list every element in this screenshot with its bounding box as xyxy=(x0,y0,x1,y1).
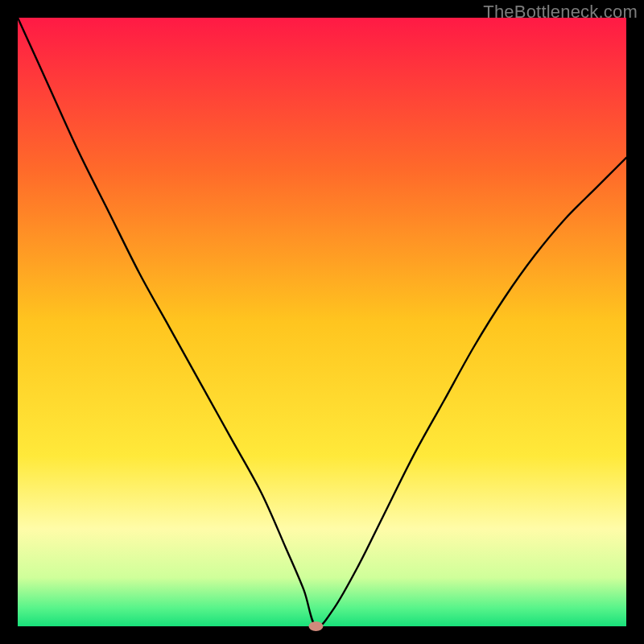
chart-container: TheBottleneck.com xyxy=(0,0,644,644)
bottleneck-chart xyxy=(0,0,644,644)
min-marker xyxy=(308,621,323,631)
watermark-text: TheBottleneck.com xyxy=(483,2,638,23)
plot-area xyxy=(18,18,626,626)
